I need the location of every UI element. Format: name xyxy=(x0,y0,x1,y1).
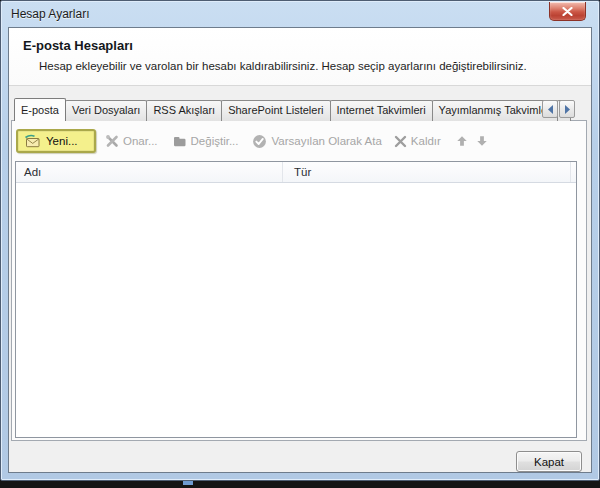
new-account-label: Yeni... xyxy=(46,135,78,147)
tab-scroll-left-icon xyxy=(546,104,555,115)
header-band: E-posta Hesapları Hesap ekleyebilir ve v… xyxy=(9,28,591,86)
tab-internet-takvimleri[interactable]: Internet Takvimleri xyxy=(330,100,433,121)
tab-yayimlanmis-takvimler[interactable]: Yayımlanmış Takvimler xyxy=(432,100,558,121)
set-default-icon xyxy=(252,134,267,149)
tab-scroll-right-button[interactable] xyxy=(559,100,575,118)
remove-account-button[interactable]: Kaldır xyxy=(394,135,441,148)
new-mail-icon xyxy=(24,134,41,148)
remove-account-label: Kaldır xyxy=(411,135,441,147)
accounts-toolbar: Yeni... Onar... xyxy=(14,127,584,155)
accounts-list-body[interactable] xyxy=(16,183,576,437)
dialog-body: E-posta Hesapları Hesap ekleyebilir ve v… xyxy=(8,27,592,473)
column-header-filler xyxy=(571,162,576,182)
tab-scroll-left-button[interactable] xyxy=(542,100,558,118)
remove-icon xyxy=(394,135,407,148)
tab-strip: E-posta Veri Dosyaları RSS Akışları Shar… xyxy=(14,98,551,121)
set-default-button[interactable]: Varsayılan Olarak Ata xyxy=(252,134,381,149)
tab-eposta[interactable]: E-posta xyxy=(14,98,66,121)
accounts-list-header: Adı Tür xyxy=(16,162,576,183)
column-header-type: Tür xyxy=(283,162,571,182)
repair-icon xyxy=(105,134,119,148)
move-up-button[interactable] xyxy=(456,135,468,147)
screen: Hesap Ayarları E-posta Hesapları Hesap e… xyxy=(0,0,600,488)
change-icon xyxy=(172,134,187,148)
tab-veri-dosyalari[interactable]: Veri Dosyaları xyxy=(65,100,147,121)
accounts-list[interactable]: Adı Tür xyxy=(15,161,577,438)
column-header-name: Adı xyxy=(16,162,283,182)
tab-rss-akislari[interactable]: RSS Akışları xyxy=(146,100,222,121)
move-down-icon xyxy=(476,135,488,147)
move-up-icon xyxy=(456,135,468,147)
desktop-artifact xyxy=(183,481,193,485)
close-icon xyxy=(562,7,573,16)
tab-sharepoint-listeleri[interactable]: SharePoint Listeleri xyxy=(221,100,330,121)
repair-account-button[interactable]: Onar... xyxy=(105,134,158,148)
page-description: Hesap ekleyebilir ve varolan bir hesabı … xyxy=(39,60,527,72)
account-settings-window: Hesap Ayarları E-posta Hesapları Hesap e… xyxy=(0,0,600,481)
desktop-background-strip xyxy=(0,481,600,488)
email-tab-page: Yeni... Onar... xyxy=(11,120,587,441)
window-title: Hesap Ayarları xyxy=(11,7,90,21)
titlebar[interactable]: Hesap Ayarları xyxy=(1,1,599,27)
new-account-button[interactable]: Yeni... xyxy=(16,129,96,153)
set-default-label: Varsayılan Olarak Ata xyxy=(271,135,381,147)
close-dialog-button[interactable]: Kapat xyxy=(516,451,582,472)
tab-scroll-right-icon xyxy=(563,104,572,115)
change-account-label: Değiştir... xyxy=(191,135,239,147)
change-account-button[interactable]: Değiştir... xyxy=(172,134,239,148)
close-button[interactable] xyxy=(549,2,586,21)
repair-account-label: Onar... xyxy=(123,135,158,147)
move-down-button[interactable] xyxy=(476,135,488,147)
page-title: E-posta Hesapları xyxy=(23,38,133,53)
